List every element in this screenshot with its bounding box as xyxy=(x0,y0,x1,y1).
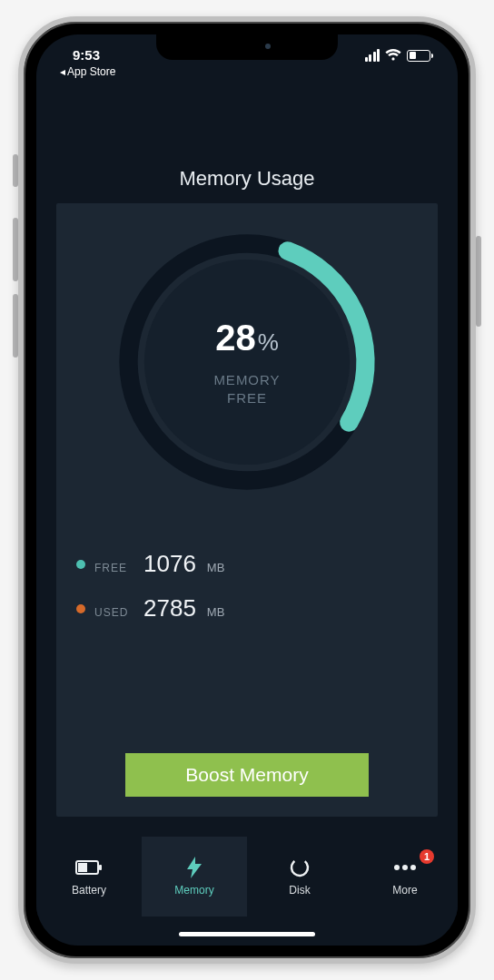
tab-disk[interactable]: Disk xyxy=(247,837,352,916)
svg-point-9 xyxy=(410,865,416,870)
svg-rect-4 xyxy=(78,863,87,872)
free-unit: MB xyxy=(207,561,225,574)
used-label: USED xyxy=(94,606,134,619)
svg-point-8 xyxy=(402,865,408,870)
back-chevron-icon: ◂ xyxy=(60,65,65,78)
cellular-signal-icon xyxy=(365,49,380,62)
svg-rect-5 xyxy=(99,865,102,870)
percent-sign: % xyxy=(258,328,279,357)
used-dot-icon xyxy=(76,604,85,613)
percent-value: 28 xyxy=(215,318,256,358)
disk-ring-icon xyxy=(290,857,310,878)
stat-used-row: USED 2785 MB xyxy=(76,594,418,622)
phone-frame: 9:53 ◂ App Store Memory Usage xyxy=(18,16,476,964)
back-label: App Store xyxy=(67,65,115,78)
used-value: 2785 xyxy=(143,594,196,622)
free-dot-icon xyxy=(76,560,85,569)
free-label: FREE xyxy=(94,562,134,574)
status-right xyxy=(365,49,431,62)
tab-more-label: More xyxy=(392,884,417,897)
stats: FREE 1076 MB USED 2785 MB xyxy=(76,550,418,639)
notch xyxy=(156,34,338,60)
back-to-app-store[interactable]: ◂ App Store xyxy=(60,65,115,78)
more-dots-icon xyxy=(393,857,417,878)
stat-free-row: FREE 1076 MB xyxy=(76,550,418,578)
tab-battery-label: Battery xyxy=(72,884,106,897)
tab-battery[interactable]: Battery xyxy=(36,837,142,916)
ring-label-line1: MEMORY xyxy=(213,371,280,389)
screen: 9:53 ◂ App Store Memory Usage xyxy=(36,34,458,946)
bolt-icon xyxy=(187,857,202,878)
tab-disk-label: Disk xyxy=(289,884,310,897)
memory-ring: 28 % MEMORY FREE xyxy=(115,230,379,494)
used-unit: MB xyxy=(207,605,225,619)
battery-status-icon xyxy=(407,50,430,62)
tab-memory-label: Memory xyxy=(174,884,213,897)
power-button xyxy=(476,236,481,327)
page-title: Memory Usage xyxy=(36,167,458,191)
status-time: 9:53 xyxy=(73,47,100,63)
ring-center: 28 % MEMORY FREE xyxy=(115,230,379,494)
svg-point-7 xyxy=(394,865,400,870)
ring-label: MEMORY FREE xyxy=(213,371,280,407)
svg-point-6 xyxy=(290,858,310,877)
ring-label-line2: FREE xyxy=(213,389,280,407)
tab-more[interactable]: More 1 xyxy=(352,837,458,916)
boost-memory-button[interactable]: Boost Memory xyxy=(125,753,369,797)
tab-bar: Battery Memory Disk xyxy=(36,837,458,916)
free-value: 1076 xyxy=(143,550,196,578)
main-panel: 28 % MEMORY FREE FREE 1076 MB xyxy=(56,203,438,817)
more-badge: 1 xyxy=(420,849,434,864)
home-indicator[interactable] xyxy=(179,932,315,936)
tab-memory[interactable]: Memory xyxy=(142,837,247,916)
wifi-icon xyxy=(385,49,401,62)
battery-icon xyxy=(75,857,103,878)
ring-percent: 28 % xyxy=(215,318,279,358)
